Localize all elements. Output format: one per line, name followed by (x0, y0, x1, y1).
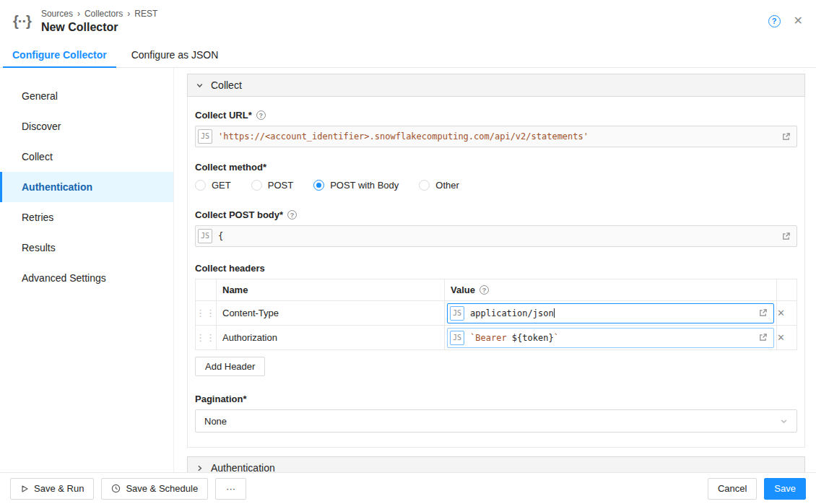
radio-get-label: GET (212, 180, 231, 191)
section-collect-title: Collect (211, 79, 242, 91)
header-name[interactable]: Authorization (217, 326, 445, 350)
header-name[interactable]: Content-Type (217, 301, 445, 326)
section-collect: Collect Collect URL* ? JS 'https://<acco… (187, 74, 805, 448)
breadcrumb-separator: › (127, 9, 130, 19)
radio-circle-icon (313, 180, 324, 191)
tab-configure-as-json[interactable]: Configure as JSON (119, 42, 231, 67)
save-button[interactable]: Save (764, 478, 806, 500)
collect-url-label-row: Collect URL* ? (195, 110, 797, 121)
pagination-selected-value: None (204, 416, 227, 427)
header-value-input[interactable]: JS `Bearer ${token}` (447, 328, 774, 348)
play-icon (20, 485, 29, 493)
sidebar-item-discover[interactable]: Discover (0, 111, 173, 142)
save-and-schedule-button[interactable]: Save & Schedule (101, 478, 208, 500)
header-value-text: `Bearer ${token}` (470, 333, 752, 343)
ellipsis-icon: ··· (226, 483, 235, 494)
breadcrumb-item-rest[interactable]: REST (134, 9, 157, 19)
remove-column-header (777, 279, 797, 301)
value-column-header: Value ? (445, 279, 777, 301)
drag-handle-icon[interactable]: ⋮⋮ (196, 301, 217, 326)
radio-circle-icon (251, 180, 262, 191)
cancel-button[interactable]: Cancel (708, 478, 757, 500)
post-body-value: { (218, 231, 776, 241)
section-collect-body: Collect URL* ? JS 'https://<account_iden… (187, 97, 805, 448)
config-content: Collect Collect URL* ? JS 'https://<acco… (174, 68, 816, 472)
expand-editor-icon[interactable] (781, 132, 791, 142)
sidebar-item-results[interactable]: Results (0, 233, 173, 263)
radio-other[interactable]: Other (419, 180, 459, 191)
table-row: ⋮⋮ Authorization JS `Bearer ${token}` (196, 326, 797, 350)
section-collect-header[interactable]: Collect (187, 74, 805, 97)
config-sidebar: General Discover Collect Authentication … (0, 68, 174, 472)
radio-get[interactable]: GET (195, 180, 231, 191)
modal-footer: Save & Run Save & Schedule ··· Cancel Sa… (0, 472, 816, 504)
help-icon[interactable]: ? (768, 15, 781, 27)
more-actions-button[interactable]: ··· (215, 478, 246, 500)
name-column-header: Name (217, 279, 445, 301)
remove-header-icon[interactable]: ✕ (777, 301, 797, 326)
radio-other-label: Other (435, 180, 459, 191)
tab-bar: Configure Collector Configure as JSON (0, 42, 816, 68)
sidebar-item-advanced-settings[interactable]: Advanced Settings (0, 263, 173, 293)
add-header-button[interactable]: Add Header (195, 357, 265, 376)
collect-url-value: 'https://<account_identifier>.snowflakec… (218, 131, 776, 142)
collect-headers-label: Collect headers (195, 263, 797, 274)
header-value-text: application/json (470, 308, 752, 318)
sidebar-item-authentication[interactable]: Authentication (0, 172, 173, 202)
collect-method-label: Collect method* (195, 162, 797, 173)
pagination-label: Pagination* (195, 394, 797, 404)
chevron-down-icon (196, 82, 204, 90)
table-row: ⋮⋮ Content-Type JS application/json (196, 301, 797, 326)
chevron-right-icon (196, 464, 204, 472)
breadcrumb-separator: › (77, 9, 80, 19)
modal-header: {··} Sources › Collectors › REST New Col… (0, 0, 816, 42)
select-chevron-icon (780, 417, 788, 425)
page-title: New Collector (41, 21, 157, 34)
post-body-label: Collect POST body* (195, 209, 283, 220)
help-tooltip-icon[interactable]: ? (479, 285, 489, 295)
text-cursor (554, 308, 555, 318)
clock-icon (111, 484, 121, 493)
header-value-input[interactable]: JS application/json (447, 303, 774, 323)
breadcrumb-item-sources[interactable]: Sources (41, 9, 73, 19)
sidebar-item-general[interactable]: General (0, 81, 173, 111)
breadcrumb-item-collectors[interactable]: Collectors (84, 9, 123, 19)
save-and-run-button[interactable]: Save & Run (10, 478, 94, 500)
collect-url-input[interactable]: JS 'https://<account_identifier>.snowfla… (195, 126, 797, 147)
sidebar-item-collect[interactable]: Collect (0, 142, 173, 172)
tab-configure-collector[interactable]: Configure Collector (0, 42, 119, 67)
pagination-select[interactable]: None (195, 409, 797, 433)
sidebar-item-retries[interactable]: Retries (0, 202, 173, 233)
radio-post-with-body[interactable]: POST with Body (313, 180, 399, 191)
radio-circle-icon (419, 180, 430, 191)
radio-circle-icon (195, 180, 206, 191)
breadcrumb: Sources › Collectors › REST (41, 9, 157, 19)
collect-headers-table: Name Value ? ⋮⋮ Content-Type (195, 279, 797, 350)
post-body-label-row: Collect POST body* ? (195, 209, 797, 220)
collect-url-label: Collect URL* (195, 110, 252, 121)
expand-editor-icon[interactable] (758, 333, 768, 342)
js-badge: JS (450, 331, 464, 345)
help-tooltip-icon[interactable]: ? (256, 110, 266, 120)
drag-handle-icon[interactable]: ⋮⋮ (196, 326, 217, 350)
js-badge: JS (198, 229, 212, 243)
collect-method-radio-group: GET POST POST with Body Other (195, 180, 797, 191)
header-text: Sources › Collectors › REST New Collecto… (41, 9, 157, 34)
radio-post-label: POST (268, 180, 293, 191)
post-body-input[interactable]: JS { (195, 225, 797, 247)
drag-column-header (196, 279, 217, 301)
js-badge: JS (450, 306, 464, 321)
app-logo-icon: {··} (13, 13, 31, 30)
expand-editor-icon[interactable] (758, 308, 768, 318)
remove-header-icon[interactable]: ✕ (777, 326, 797, 350)
expand-editor-icon[interactable] (781, 232, 791, 241)
js-badge: JS (198, 129, 212, 144)
close-icon[interactable]: ✕ (794, 15, 803, 27)
radio-post-with-body-label: POST with Body (330, 180, 399, 191)
help-tooltip-icon[interactable]: ? (287, 210, 297, 220)
radio-post[interactable]: POST (251, 180, 293, 191)
